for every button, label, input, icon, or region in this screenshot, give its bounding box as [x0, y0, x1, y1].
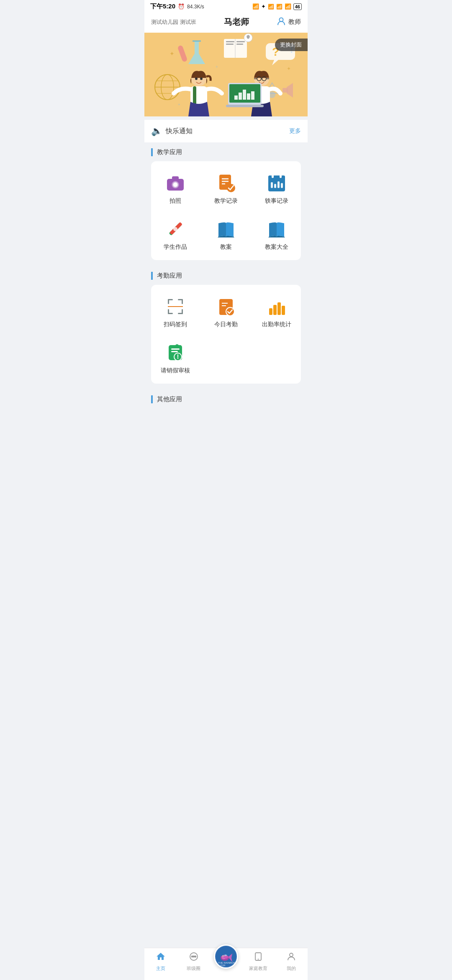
notify-more-button[interactable]: 更多: [289, 127, 301, 135]
teaching-app-grid: 拍照 教学记录: [151, 165, 301, 256]
svg-rect-51: [172, 176, 179, 180]
svg-rect-38: [234, 95, 238, 100]
svg-rect-27: [193, 86, 196, 105]
lesson-plan-all-label: 教案大全: [265, 243, 288, 251]
app-student-works[interactable]: 学生作品: [151, 211, 200, 256]
status-bar: 下午5:20 ⏰ 84.3K/s 📶 ✦ 📶 📶 📶 46: [144, 0, 308, 12]
alarm-icon: ⏰: [178, 3, 185, 10]
change-cover-button[interactable]: 更换封面: [275, 39, 308, 51]
teaching-section-title: 教学应用: [151, 148, 301, 156]
svg-rect-64: [277, 181, 280, 188]
svg-point-68: [173, 227, 177, 231]
signal-icon: 📶: [268, 4, 274, 10]
app-lesson-plan[interactable]: 教案: [202, 211, 251, 256]
svg-rect-42: [251, 91, 254, 100]
photo-label: 拍照: [170, 197, 181, 205]
svg-rect-40: [243, 90, 246, 100]
student-works-label: 学生作品: [164, 243, 187, 251]
header-right: 教师: [277, 16, 301, 28]
svg-rect-65: [281, 183, 283, 188]
books-icon: [266, 218, 288, 240]
svg-rect-62: [271, 182, 273, 188]
svg-rect-60: [272, 174, 274, 178]
svg-rect-84: [277, 302, 281, 315]
app-leave-review[interactable]: 请销假审核: [151, 335, 200, 379]
svg-rect-39: [239, 93, 242, 100]
svg-rect-43: [226, 105, 264, 107]
svg-rect-72: [182, 299, 183, 304]
book-icon: [215, 218, 237, 240]
banner: ? ! ♪ ♫: [144, 33, 308, 116]
scan-icon: [164, 296, 186, 317]
svg-rect-82: [269, 308, 272, 315]
svg-rect-14: [236, 44, 243, 45]
attend-icon: [215, 296, 237, 317]
leave-review-label: 请销假审核: [161, 367, 190, 374]
camera-icon: [164, 172, 186, 194]
teach-record-label: 教学记录: [214, 197, 238, 205]
teaching-app-card: 拍照 教学记录: [151, 161, 301, 260]
svg-point-52: [173, 183, 177, 187]
art-icon: [164, 218, 186, 240]
svg-rect-59: [268, 175, 285, 180]
svg-text:✦: ✦: [287, 66, 291, 72]
svg-point-24: [195, 77, 198, 80]
app-today-attend[interactable]: 今日考勤: [202, 289, 251, 333]
svg-text:+: +: [178, 102, 180, 107]
notification-bar: 🔈 快乐通知 更多: [144, 120, 308, 142]
svg-rect-88: [171, 348, 180, 350]
teacher-role-label: 教师: [288, 18, 301, 26]
bluetooth-icon: ✦: [261, 3, 266, 10]
school-class-label: 测试幼儿园 测试班: [151, 18, 196, 26]
lesson-plan-label: 教案: [220, 243, 232, 251]
svg-rect-61: [280, 174, 282, 178]
svg-rect-22: [282, 88, 288, 93]
svg-point-25: [200, 77, 203, 80]
svg-rect-70: [168, 299, 169, 304]
speaker-icon: 🔈: [151, 126, 162, 137]
status-time: 下午5:20: [150, 3, 175, 10]
app-lesson-plan-all[interactable]: 教案大全: [252, 211, 301, 256]
notify-label: 快乐通知: [166, 127, 193, 136]
hotspot-icon: 📶: [285, 3, 291, 10]
header: 测试幼儿园 测试班 马老师 教师: [144, 12, 308, 33]
note-icon: [215, 172, 237, 194]
status-speed: 84.3K/s: [187, 4, 204, 10]
svg-point-92: [177, 358, 179, 359]
other-section: 其他应用: [144, 389, 308, 411]
app-photo[interactable]: 拍照: [151, 165, 200, 210]
svg-rect-63: [274, 184, 276, 188]
svg-text:✦: ✦: [170, 50, 175, 57]
svg-point-87: [175, 344, 179, 348]
teacher-name: 马老师: [224, 16, 249, 28]
event-record-label: 轶事记录: [265, 197, 288, 205]
svg-rect-83: [273, 305, 277, 315]
wifi-icon: 📶: [252, 3, 259, 10]
teaching-section: 教学应用 拍照: [144, 142, 308, 266]
svg-text:+: +: [216, 64, 218, 69]
signal2-icon: 📶: [276, 4, 282, 10]
battery-indicator: 46: [293, 3, 302, 10]
app-event-record[interactable]: 轶事记录: [252, 165, 301, 210]
svg-rect-85: [282, 306, 285, 315]
svg-rect-11: [226, 41, 234, 42]
svg-rect-12: [226, 44, 234, 45]
app-scan-checkin[interactable]: 扫码签到: [151, 289, 200, 333]
app-attend-stats[interactable]: 出勤率统计: [252, 289, 301, 333]
svg-rect-74: [168, 309, 169, 314]
teacher-avatar-icon: [277, 16, 286, 28]
attendance-section: 考勤应用: [144, 266, 308, 389]
today-attend-label: 今日考勤: [214, 321, 238, 328]
svg-rect-76: [182, 309, 183, 314]
leave-icon: [164, 342, 186, 364]
svg-rect-41: [247, 93, 250, 100]
other-section-title: 其他应用: [151, 395, 301, 403]
app-teach-record[interactable]: 教学记录: [202, 165, 251, 210]
attendance-app-card: 扫码签到 今日考勤: [151, 285, 301, 384]
svg-rect-89: [171, 351, 178, 352]
attend-stats-label: 出勤率统计: [262, 321, 291, 328]
attendance-section-title: 考勤应用: [151, 272, 301, 280]
svg-rect-13: [236, 41, 245, 42]
attendance-app-grid: 扫码签到 今日考勤: [151, 289, 301, 379]
stats-icon: [266, 296, 288, 317]
